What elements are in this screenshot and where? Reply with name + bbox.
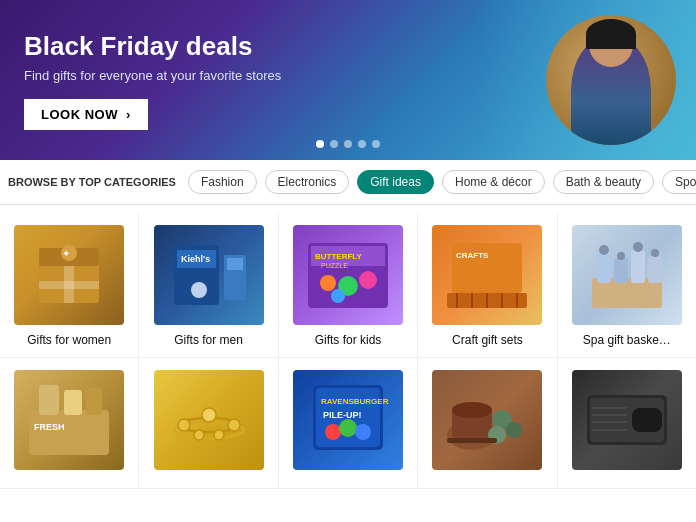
- cat-bath-beauty[interactable]: Bath & beauty: [553, 170, 654, 194]
- svg-text:PILE-UP!: PILE-UP!: [323, 410, 362, 420]
- product-img-spa: [572, 225, 682, 325]
- product-gifts-women[interactable]: ✦ Gifts for women: [0, 213, 139, 357]
- product-img-wallet: [572, 370, 682, 470]
- svg-text:Kiehl's: Kiehl's: [181, 254, 210, 264]
- kids-gift-svg: BUTTERFLY PUZZLE: [303, 238, 393, 313]
- product-fresh-beauty[interactable]: FRESH: [0, 358, 139, 488]
- carousel-dot-3[interactable]: [344, 140, 352, 148]
- cat-sports-fitness[interactable]: Sports & fitness: [662, 170, 696, 194]
- svg-point-16: [320, 275, 336, 291]
- svg-text:PUZZLE: PUZZLE: [321, 262, 348, 269]
- product-wallet[interactable]: [558, 358, 696, 488]
- product-img-jewelry: [154, 370, 264, 470]
- person-hair: [586, 19, 636, 49]
- carousel-dot-5[interactable]: [372, 140, 380, 148]
- cat-home-decor[interactable]: Home & décor: [442, 170, 545, 194]
- product-row-2: FRESH: [0, 358, 696, 489]
- svg-point-11: [191, 282, 207, 298]
- product-img-craft: CRAFTS: [432, 225, 542, 325]
- product-gifts-men[interactable]: Kiehl's Gifts for men: [139, 213, 278, 357]
- product-img-gifts-men: Kiehl's: [154, 225, 264, 325]
- banner-content: Black Friday deals Find gifts for everyo…: [24, 31, 281, 130]
- svg-point-18: [359, 271, 377, 289]
- banner: Black Friday deals Find gifts for everyo…: [0, 0, 696, 160]
- product-gifts-kids[interactable]: BUTTERFLY PUZZLE Gifts for kids: [279, 213, 418, 357]
- product-label-gifts-men: Gifts for men: [174, 333, 243, 347]
- banner-subtitle: Find gifts for everyone at your favorite…: [24, 68, 281, 83]
- svg-point-35: [633, 242, 643, 252]
- cat-electronics[interactable]: Electronics: [265, 170, 350, 194]
- categories-bar: BROWSE BY TOP CATEGORIES Fashion Electro…: [0, 160, 696, 205]
- svg-rect-31: [631, 250, 645, 283]
- svg-point-33: [599, 245, 609, 255]
- product-board-game[interactable]: RAVENSBURGER PILE-UP!: [279, 358, 418, 488]
- svg-point-47: [228, 419, 240, 431]
- women-gift-svg: ✦: [34, 243, 104, 308]
- product-img-game: RAVENSBURGER PILE-UP!: [293, 370, 403, 470]
- svg-point-55: [355, 424, 371, 440]
- svg-text:✦: ✦: [62, 248, 70, 259]
- svg-text:FRESH: FRESH: [34, 422, 65, 432]
- svg-point-58: [452, 402, 492, 418]
- product-img-fresh: FRESH: [14, 370, 124, 470]
- svg-point-19: [331, 289, 345, 303]
- svg-point-44: [178, 419, 190, 431]
- product-section: ✦ Gifts for women Kiehl's: [0, 205, 696, 497]
- banner-person-image: [476, 0, 696, 160]
- svg-text:RAVENSBURGER: RAVENSBURGER: [321, 397, 389, 406]
- carousel-dot-2[interactable]: [330, 140, 338, 148]
- product-craft-gift-sets[interactable]: CRAFTS Craft gift sets: [418, 213, 557, 357]
- cat-gift-ideas[interactable]: Gift ideas: [357, 170, 434, 194]
- product-label-gifts-kids: Gifts for kids: [315, 333, 382, 347]
- svg-text:BUTTERFLY: BUTTERFLY: [315, 252, 362, 261]
- wallet-svg: [582, 380, 672, 460]
- svg-point-60: [506, 422, 522, 438]
- svg-rect-40: [64, 390, 82, 415]
- look-now-label: LOOK NOW: [41, 107, 118, 122]
- product-label-spa: Spa gift baske…: [583, 333, 671, 347]
- svg-point-54: [339, 419, 357, 437]
- svg-point-45: [194, 430, 204, 440]
- craft-gift-svg: CRAFTS: [442, 238, 532, 313]
- product-grooming[interactable]: [418, 358, 557, 488]
- look-now-button[interactable]: LOOK NOW ›: [24, 99, 148, 130]
- svg-rect-10: [227, 258, 243, 270]
- grooming-svg: [442, 380, 532, 460]
- svg-rect-65: [632, 408, 662, 432]
- svg-rect-39: [39, 385, 59, 415]
- product-img-gifts-women: ✦: [14, 225, 124, 325]
- product-img-gifts-kids: BUTTERFLY PUZZLE: [293, 225, 403, 325]
- spa-svg: [582, 238, 672, 313]
- svg-rect-29: [597, 253, 611, 283]
- product-label-gifts-women: Gifts for women: [27, 333, 111, 347]
- game-svg: RAVENSBURGER PILE-UP!: [303, 380, 393, 460]
- cat-fashion[interactable]: Fashion: [188, 170, 257, 194]
- svg-rect-30: [614, 258, 628, 283]
- svg-point-53: [325, 424, 341, 440]
- svg-text:CRAFTS: CRAFTS: [456, 251, 489, 260]
- product-row-1: ✦ Gifts for women Kiehl's: [0, 213, 696, 358]
- carousel-dot-1[interactable]: [316, 140, 324, 148]
- svg-point-36: [651, 249, 659, 257]
- svg-rect-2: [39, 281, 99, 289]
- carousel-dots: [316, 140, 380, 148]
- product-spa-basket[interactable]: Spa gift baske…: [558, 213, 696, 357]
- arrow-icon: ›: [126, 107, 131, 122]
- carousel-dot-4[interactable]: [358, 140, 366, 148]
- product-img-grooming: [432, 370, 542, 470]
- person-circle: [546, 15, 676, 145]
- svg-point-48: [202, 408, 216, 422]
- categories-label: BROWSE BY TOP CATEGORIES: [8, 176, 176, 188]
- product-jewelry[interactable]: [139, 358, 278, 488]
- svg-rect-41: [86, 388, 102, 415]
- men-gift-svg: Kiehl's: [169, 240, 249, 310]
- jewelry-svg: [164, 380, 254, 460]
- fresh-svg: FRESH: [24, 380, 114, 460]
- svg-point-34: [617, 252, 625, 260]
- svg-rect-32: [648, 256, 662, 283]
- product-label-craft: Craft gift sets: [452, 333, 523, 347]
- svg-rect-37: [29, 410, 109, 455]
- banner-title: Black Friday deals: [24, 31, 281, 62]
- svg-point-46: [214, 430, 224, 440]
- svg-rect-62: [447, 438, 497, 443]
